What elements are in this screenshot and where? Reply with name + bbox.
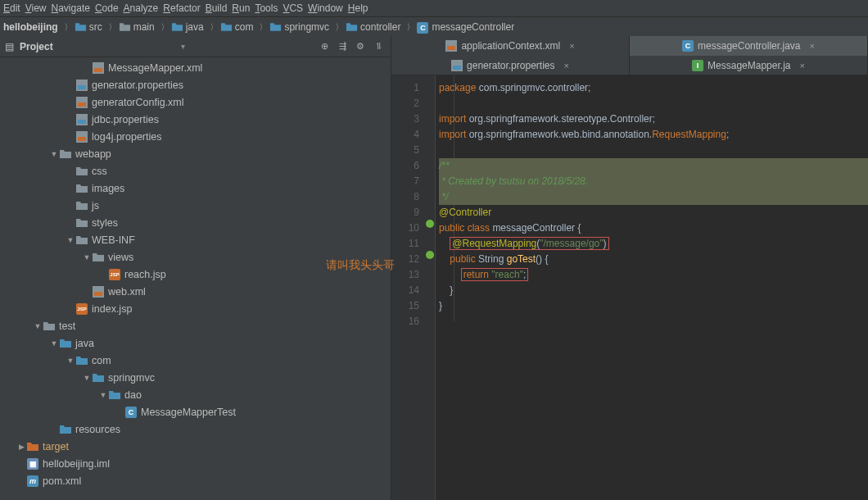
expand-arrow-icon[interactable]: ▼ bbox=[49, 339, 59, 348]
expand-arrow-icon[interactable]: ▼ bbox=[82, 374, 92, 382]
tab-MessageMapper-ja[interactable]: IMessageMapper.ja× bbox=[630, 56, 868, 75]
tree-node-MessageMapperTest[interactable]: CMessageMapperTest bbox=[0, 403, 391, 420]
crumb-java[interactable]: java bbox=[168, 21, 207, 33]
expand-arrow-icon[interactable]: ▼ bbox=[98, 391, 108, 399]
tree-node-springmvc[interactable]: ▼springmvc bbox=[0, 369, 391, 386]
crumb-com[interactable]: com bbox=[217, 21, 257, 33]
tree-node-dao[interactable]: ▼dao bbox=[0, 386, 391, 403]
crumb-hellobeijing[interactable]: hellobeijing bbox=[0, 21, 61, 33]
code-token: com.springmvc.controller; bbox=[476, 82, 590, 93]
expand-arrow-icon[interactable]: ▼ bbox=[66, 236, 75, 244]
line-gutter: 12345678910111213141516 bbox=[391, 75, 424, 500]
code-token: public class bbox=[439, 222, 492, 234]
line-number: 1 bbox=[391, 80, 419, 96]
tab-applicationContext-xml[interactable]: applicationContext.xml× bbox=[391, 36, 630, 56]
tree-node-views[interactable]: ▼views bbox=[0, 248, 391, 266]
expand-arrow-icon[interactable]: ▼ bbox=[33, 322, 43, 330]
tab-label: generator.properties bbox=[467, 60, 554, 71]
close-icon[interactable]: × bbox=[569, 41, 574, 51]
spring-gutter-icon[interactable] bbox=[424, 249, 436, 261]
menu-view[interactable]: View bbox=[25, 2, 47, 14]
close-icon[interactable]: × bbox=[799, 61, 804, 70]
hide-icon[interactable]: ⥮ bbox=[371, 39, 386, 54]
tree-node-styles[interactable]: styles bbox=[0, 214, 391, 231]
code-token: } bbox=[439, 300, 442, 311]
pkg-icon bbox=[220, 22, 233, 32]
expand-arrow-icon[interactable]: ▼ bbox=[49, 150, 59, 158]
line-number: 2 bbox=[391, 96, 419, 111]
tree-node-resources[interactable]: resources bbox=[0, 420, 391, 438]
prop-icon bbox=[451, 60, 463, 71]
code-token: return bbox=[463, 269, 492, 280]
tree-node-index-jsp[interactable]: JSPindex.jsp bbox=[0, 300, 391, 317]
code-content[interactable]: package com.springmvc.controller; import… bbox=[436, 75, 868, 500]
tab-generator-properties[interactable]: generator.properties× bbox=[391, 56, 630, 75]
tree-node-reach-jsp[interactable]: JSPreach.jsp bbox=[0, 266, 391, 283]
tree-node-webapp[interactable]: ▼webapp bbox=[0, 145, 391, 162]
close-icon[interactable]: × bbox=[809, 41, 814, 51]
svg-rect-7 bbox=[78, 120, 86, 124]
menu-navigate[interactable]: Navigate bbox=[52, 2, 90, 14]
xml-icon bbox=[92, 61, 105, 75]
tree-node-MessageMapper-xml[interactable]: MessageMapper.xml bbox=[0, 59, 391, 76]
menu-tools[interactable]: Tools bbox=[255, 2, 278, 14]
crumb-src[interactable]: src bbox=[71, 21, 106, 33]
tree-node-hellobeijing-iml[interactable]: ▦hellobeijing.iml bbox=[0, 455, 391, 472]
tree-label: images bbox=[92, 183, 124, 194]
menu-build[interactable]: Build bbox=[206, 2, 228, 14]
project-tree[interactable]: MessageMapper.xmlgenerator.propertiesgen… bbox=[0, 57, 391, 500]
crumb-springmvc[interactable]: springmvc bbox=[266, 21, 332, 33]
close-icon[interactable]: × bbox=[563, 61, 568, 70]
svg-rect-13 bbox=[447, 46, 455, 50]
code-token: { bbox=[575, 222, 581, 234]
menu-window[interactable]: Window bbox=[308, 2, 343, 14]
tree-node-web-xml[interactable]: web.xml bbox=[0, 283, 391, 300]
tree-node-java[interactable]: ▼java bbox=[0, 334, 391, 352]
tree-label: MessageMapper.xml bbox=[108, 62, 202, 74]
collapse-all-icon[interactable]: ⊕ bbox=[317, 39, 332, 54]
code-token: */ bbox=[439, 189, 868, 205]
tab-messageController-java[interactable]: CmessageController.java× bbox=[630, 36, 868, 56]
menu-vcs[interactable]: VCS bbox=[283, 2, 303, 14]
crumb-main[interactable]: main bbox=[115, 21, 158, 33]
tree-node-target[interactable]: ▶target bbox=[0, 438, 391, 455]
menu-refactor[interactable]: Refactor bbox=[163, 2, 200, 14]
tree-node-images[interactable]: images bbox=[0, 180, 391, 197]
jsp-icon: JSP bbox=[75, 302, 88, 316]
line-number: 4 bbox=[391, 127, 419, 143]
tree-node-css[interactable]: css bbox=[0, 162, 391, 180]
expand-arrow-icon[interactable]: ▼ bbox=[82, 253, 92, 261]
menu-help[interactable]: Help bbox=[348, 2, 368, 14]
tree-node-pom-xml[interactable]: mpom.xml bbox=[0, 472, 391, 489]
xml-icon bbox=[92, 285, 105, 298]
locate-icon[interactable]: ⇶ bbox=[335, 39, 350, 54]
code-token: /** bbox=[439, 158, 868, 174]
expand-arrow-icon[interactable]: ▶ bbox=[16, 443, 26, 451]
crumb-controller[interactable]: controller bbox=[342, 21, 404, 33]
dir-icon bbox=[75, 199, 88, 212]
menu-edit[interactable]: Edit bbox=[3, 2, 20, 14]
menu-analyze[interactable]: Analyze bbox=[124, 2, 159, 14]
menu-run[interactable]: Run bbox=[232, 2, 250, 14]
tree-node-WEB-INF[interactable]: ▼WEB-INF bbox=[0, 231, 391, 248]
tree-node-generatorConfig-xml[interactable]: generatorConfig.xml bbox=[0, 93, 391, 111]
menu-code[interactable]: Code bbox=[95, 2, 119, 14]
settings-icon[interactable]: ⚙ bbox=[353, 39, 368, 54]
tree-node-generator-properties[interactable]: generator.properties bbox=[0, 76, 391, 93]
tree-node-jdbc-properties[interactable]: jdbc.properties bbox=[0, 111, 391, 128]
code-area[interactable]: 12345678910111213141516 package com.spri… bbox=[391, 75, 868, 500]
editor-tabs-top: applicationContext.xml×CmessageControlle… bbox=[391, 36, 868, 56]
tree-node-log4j-properties[interactable]: log4j.properties bbox=[0, 128, 391, 145]
tree-node-com[interactable]: ▼com bbox=[0, 352, 391, 369]
expand-arrow-icon[interactable]: ▼ bbox=[66, 357, 75, 365]
code-token: ; bbox=[653, 113, 655, 125]
spring-gutter-icon[interactable] bbox=[424, 218, 436, 230]
code-token: "/message/go" bbox=[540, 238, 603, 249]
tree-node-js[interactable]: js bbox=[0, 197, 391, 214]
line-number: 7 bbox=[391, 174, 419, 189]
fold-strip bbox=[424, 75, 436, 500]
chevron-icon: ⟩ bbox=[336, 22, 339, 31]
crumb-messageController[interactable]: CmessageController bbox=[414, 21, 518, 33]
tree-node-test[interactable]: ▼test bbox=[0, 317, 391, 334]
project-dropdown[interactable]: ▾ bbox=[181, 42, 185, 51]
